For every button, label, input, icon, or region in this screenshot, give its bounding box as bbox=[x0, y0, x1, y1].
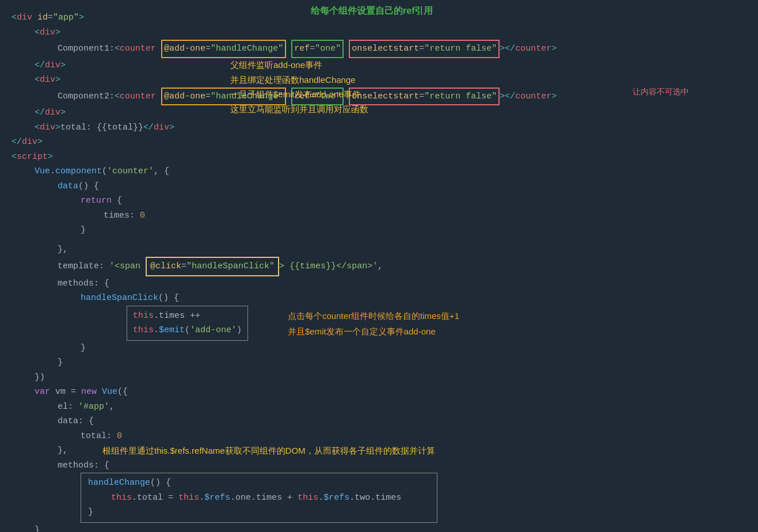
code-line-32: handleChange() { bbox=[88, 476, 430, 491]
code-line-23: } bbox=[12, 341, 746, 356]
annotation-red: 让内容不可选中 bbox=[633, 85, 689, 99]
code-line-31: methods: { bbox=[12, 458, 746, 473]
attr-id: id bbox=[37, 10, 48, 25]
code-container: 给每个组件设置自己的ref引用 <div id="app"> <div> Com… bbox=[0, 0, 758, 532]
code-line-17: }, bbox=[12, 242, 746, 257]
code-line-27: el: '#app', bbox=[12, 400, 746, 415]
code-line-35: } bbox=[12, 523, 746, 533]
annotation-block-parent: 父组件监听add-one事件 并且绑定处理函数handleChange 一旦子组… bbox=[230, 58, 368, 116]
code-line-19: methods: { bbox=[12, 276, 746, 291]
code-line-24: } bbox=[12, 355, 746, 370]
code-line-11: Vue.component('counter', { bbox=[12, 164, 746, 179]
code-line-1: <div id="app"> bbox=[12, 10, 746, 25]
code-line-13: return { bbox=[12, 193, 746, 208]
code-line-18: template: '<span @click="handleSpanClick… bbox=[12, 257, 746, 276]
code-line-30: }, 根组件里通过this.$refs.refName获取不同组件的DOM，从而… bbox=[12, 443, 746, 458]
code-line-28: data: { bbox=[12, 414, 746, 429]
code-line-7: </div> bbox=[12, 105, 746, 120]
tag-open: < bbox=[12, 10, 17, 25]
code-block-emit: this.times ++ this.$emit('add-one') 点击每个… bbox=[12, 306, 746, 341]
code-line-3: Component1:<counter @add-one="handleChan… bbox=[12, 40, 746, 58]
annotation-bottom: 根组件里通过this.$refs.refName获取不同组件的DOM，从而获得各… bbox=[102, 443, 435, 458]
code-line-26: var vm = new Vue({ bbox=[12, 385, 746, 400]
code-line-9: </div> bbox=[12, 135, 746, 150]
code-line-22: this.$emit('add-one') bbox=[133, 323, 242, 338]
code-line-29: total: 0 bbox=[12, 429, 746, 444]
code-line-4: </div> bbox=[12, 58, 746, 73]
code-line-2: <div> bbox=[12, 25, 746, 40]
tag-div: div bbox=[17, 10, 32, 25]
code-line-12: data() { bbox=[12, 179, 746, 194]
code-block-handlechange: handleChange() { this.total = this.$refs… bbox=[12, 473, 746, 523]
code-line-14: times: 0 bbox=[12, 208, 746, 223]
code-line-20: handleSpanClick() { bbox=[12, 291, 746, 306]
code-line-34: } bbox=[88, 505, 430, 520]
code-line-15: } bbox=[12, 223, 746, 238]
code-line-8: <div>total: {{total}}</div> bbox=[12, 120, 746, 135]
code-line-21: this.times ++ bbox=[133, 309, 242, 324]
code-line-10: <script> bbox=[12, 150, 746, 165]
code-line-33: this.total = this.$refs.one.times + this… bbox=[88, 491, 430, 506]
code-line-25: }) bbox=[12, 370, 746, 385]
code-line-16 bbox=[12, 238, 746, 242]
annotation-block-emit: 点击每个counter组件时候给各自的times值+1 并且$emit发布一个自… bbox=[288, 308, 459, 339]
